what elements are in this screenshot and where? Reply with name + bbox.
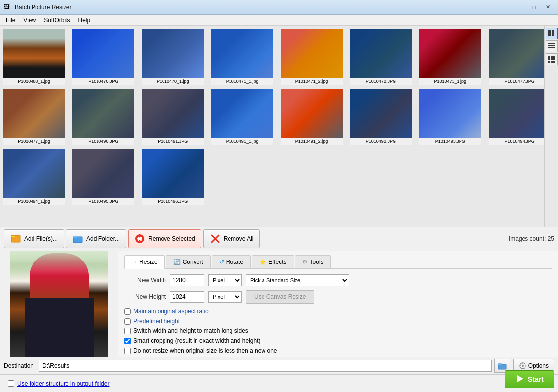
image-filename: P1010477.JPG: [489, 78, 551, 85]
remove-selected-label: Remove Selected: [148, 235, 195, 242]
image-cell[interactable]: P1010471_1.jpg: [210, 28, 274, 87]
remove-selected-button[interactable]: Remove Selected: [128, 229, 201, 248]
image-cell[interactable]: P1010468_1.jpg: [2, 28, 66, 87]
app-icon: 🖼: [4, 3, 12, 11]
add-folder-button[interactable]: Add Folder...: [66, 229, 126, 248]
image-cell[interactable]: P1010491.JPG: [141, 88, 205, 147]
image-cell[interactable]: P1010495.JPG: [71, 148, 135, 207]
image-cell[interactable]: P1010491_1.jpg: [210, 88, 274, 147]
image-filename: P1010493.JPG: [419, 138, 481, 145]
main-content: P1010468_1.jpgP1010470.JPGP1010470_1.jpg…: [0, 26, 558, 392]
image-grid-container: P1010468_1.jpgP1010470.JPGP1010470_1.jpg…: [0, 26, 558, 227]
view-list-btn[interactable]: [546, 40, 558, 52]
svg-rect-0: [548, 30, 551, 33]
remove-all-button[interactable]: Remove All: [203, 229, 260, 248]
svg-rect-15: [553, 61, 555, 63]
folder-structure-checkbox[interactable]: [8, 380, 14, 387]
image-cell[interactable]: P1010494_1.jpg: [2, 148, 66, 207]
width-unit-select[interactable]: Pixel Percent Cm Mm Inch: [208, 274, 242, 286]
predefined-height-row: Predefined height: [124, 318, 552, 325]
maximize-button[interactable]: □: [527, 2, 540, 12]
image-filename: P1010473_1.jpg: [419, 78, 481, 85]
destination-input[interactable]: [39, 360, 492, 372]
height-row: New Height Pixel Percent Cm Mm Inch Use …: [124, 290, 552, 304]
height-input[interactable]: [170, 291, 204, 303]
image-filename: P1010468_1.jpg: [3, 78, 65, 85]
image-grid-scroll[interactable]: P1010468_1.jpgP1010470.JPGP1010470_1.jpg…: [0, 26, 558, 227]
image-filename: P1010471_2.jpg: [281, 78, 343, 85]
standard-size-select[interactable]: Pick a Standard Size 800x600 1024x768 12…: [246, 274, 349, 286]
height-unit-select[interactable]: Pixel Percent Cm Mm Inch: [208, 291, 242, 303]
add-folder-icon: [72, 233, 83, 244]
tab-tools[interactable]: ⚙ Tools: [295, 255, 331, 268]
image-cell[interactable]: P1010473_1.jpg: [418, 28, 482, 87]
image-filename: P1010495.JPG: [72, 198, 134, 205]
effects-icon: ⭐: [259, 259, 266, 265]
image-cell[interactable]: P1010493.JPG: [418, 88, 482, 147]
svg-rect-9: [553, 56, 555, 58]
maintain-aspect-checkbox[interactable]: [124, 308, 131, 315]
menu-bar: File View SoftOrbits Help: [0, 15, 558, 26]
image-cell[interactable]: P1010470.JPG: [71, 28, 135, 87]
minimize-button[interactable]: —: [514, 2, 526, 12]
resize-content: New Width Pixel Percent Cm Mm Inch Pick …: [124, 274, 552, 354]
resize-icon: ↔: [131, 259, 137, 265]
width-label: New Width: [124, 277, 166, 284]
width-row: New Width Pixel Percent Cm Mm Inch Pick …: [124, 274, 552, 286]
remove-all-icon: [210, 233, 221, 244]
title-bar: 🖼 Batch Picture Resizer — □ ✕: [0, 0, 558, 15]
tab-rotate[interactable]: ↺ Rotate: [212, 255, 251, 268]
image-cell[interactable]: P1010496.JPG: [141, 148, 205, 207]
svg-rect-13: [548, 61, 550, 63]
image-filename: P1010470_1.jpg: [142, 78, 204, 85]
image-cell[interactable]: P1010492.JPG: [349, 88, 413, 147]
do-not-resize-label: Do not resize when original size is less…: [133, 347, 277, 354]
switch-dimensions-label: Switch width and height to match long si…: [133, 327, 248, 334]
svg-rect-7: [548, 56, 550, 58]
title-bar-controls: — □ ✕: [514, 2, 554, 12]
tab-convert[interactable]: 🔄 Convert: [166, 255, 211, 268]
image-filename: P1010492.JPG: [350, 138, 412, 145]
image-filename: P1010496.JPG: [142, 198, 204, 205]
image-cell[interactable]: P1010470_1.jpg: [141, 28, 205, 87]
menu-softorbits[interactable]: SoftOrbits: [40, 16, 74, 25]
menu-file[interactable]: File: [2, 16, 19, 25]
folder-structure-row: Use folder structure in output folder: [4, 377, 554, 391]
settings-panel: ↔ Resize 🔄 Convert ↺ Rotate ⭐ Effects ⚙: [118, 251, 558, 357]
view-thumbnail-btn[interactable]: [546, 28, 558, 39]
image-cell[interactable]: P1010491_2.jpg: [280, 88, 344, 147]
add-files-button[interactable]: + Add File(s)...: [4, 229, 64, 248]
view-grid-btn[interactable]: [546, 53, 558, 65]
svg-rect-10: [548, 58, 550, 60]
image-cell[interactable]: P1010477.JPG: [488, 28, 552, 87]
image-filename: P1010494_1.jpg: [3, 198, 65, 205]
svg-point-30: [522, 365, 524, 367]
start-label: Start: [528, 375, 544, 383]
title-bar-text: Batch Picture Resizer: [15, 4, 514, 11]
svg-rect-20: [73, 236, 77, 238]
canvas-resize-button: Use Canvas Resize: [246, 290, 314, 304]
add-folder-label: Add Folder...: [86, 235, 120, 242]
remove-all-label: Remove All: [224, 235, 254, 242]
maintain-aspect-row: Maintain original aspect ratio: [124, 308, 552, 315]
image-cell[interactable]: P1010471_2.jpg: [280, 28, 344, 87]
image-filename: P1010491_2.jpg: [281, 138, 343, 145]
tab-effects[interactable]: ⭐ Effects: [252, 255, 294, 268]
menu-view[interactable]: View: [19, 16, 40, 25]
tab-resize[interactable]: ↔ Resize: [124, 255, 165, 269]
predefined-height-checkbox[interactable]: [124, 318, 131, 325]
menu-help[interactable]: Help: [74, 16, 95, 25]
image-cell[interactable]: P1010477_1.jpg: [2, 88, 66, 147]
switch-dimensions-checkbox[interactable]: [124, 328, 131, 334]
svg-marker-35: [517, 375, 523, 382]
image-cell[interactable]: P1010472.JPG: [349, 28, 413, 87]
width-input[interactable]: [170, 274, 204, 286]
start-button[interactable]: Start: [505, 370, 554, 388]
image-cell[interactable]: P1010494.JPG: [488, 88, 552, 147]
image-cell[interactable]: P1010490.JPG: [71, 88, 135, 147]
smart-cropping-row: Smart cropping (result in exact width an…: [124, 337, 552, 344]
smart-cropping-checkbox[interactable]: [124, 338, 131, 344]
do-not-resize-checkbox[interactable]: [124, 348, 131, 354]
destination-label: Destination: [4, 362, 36, 369]
close-button[interactable]: ✕: [541, 2, 554, 12]
